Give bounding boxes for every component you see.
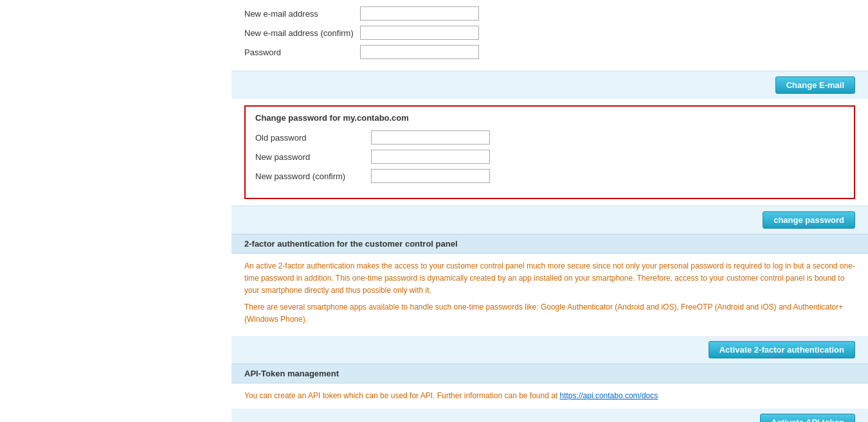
two-factor-header: 2-factor authentication for the customer…: [231, 234, 868, 254]
api-token-desc: You can create an API token which can be…: [244, 390, 855, 402]
change-password-button-row: change password: [231, 206, 868, 234]
new-password-confirm-input[interactable]: [371, 169, 490, 183]
old-password-input[interactable]: [371, 130, 490, 145]
api-token-header: API-Token management: [231, 364, 868, 383]
two-factor-button-row: Activate 2-factor authentication: [231, 336, 868, 364]
two-factor-desc2: There are several smartphone apps availa…: [244, 301, 855, 326]
email-section: New e-mail address New e-mail address (c…: [231, 0, 868, 71]
two-factor-desc1: An active 2-factor authentication makes …: [244, 260, 855, 297]
old-password-label: Old password: [255, 133, 371, 143]
activate-2fa-button[interactable]: Activate 2-factor authentication: [709, 341, 855, 358]
page-container: New e-mail address New e-mail address (c…: [0, 0, 868, 422]
new-email-confirm-row: New e-mail address (confirm): [244, 26, 855, 40]
new-email-confirm-input[interactable]: [360, 26, 479, 40]
new-password-row: New password: [255, 150, 844, 164]
change-email-button[interactable]: Change E-mail: [775, 76, 855, 94]
activate-api-token-button[interactable]: Activate API token: [760, 414, 855, 422]
change-password-button[interactable]: change password: [763, 211, 855, 229]
change-email-button-row: Change E-mail: [231, 71, 868, 99]
new-email-confirm-label: New e-mail address (confirm): [244, 28, 360, 38]
new-password-label: New password: [255, 152, 371, 162]
new-email-label: New e-mail address: [244, 9, 360, 19]
new-password-input[interactable]: [371, 150, 490, 164]
new-password-confirm-row: New password (confirm): [255, 169, 844, 183]
email-password-input[interactable]: [360, 45, 479, 59]
api-docs-link[interactable]: https://api.contabo.com/docs: [560, 391, 658, 400]
new-password-confirm-label: New password (confirm): [255, 171, 371, 181]
new-email-row: New e-mail address: [244, 6, 855, 21]
api-token-body: You can create an API token which can be…: [231, 383, 868, 409]
two-factor-body: An active 2-factor authentication makes …: [231, 254, 868, 336]
email-password-row: Password: [244, 45, 855, 59]
new-email-input[interactable]: [360, 6, 479, 21]
change-password-title: Change password for my.contabo.com: [255, 113, 844, 123]
api-token-button-row: Activate API token: [231, 409, 868, 422]
email-password-label: Password: [244, 48, 360, 57]
old-password-row: Old password: [255, 130, 844, 145]
main-content: New e-mail address New e-mail address (c…: [231, 0, 868, 422]
change-password-box: Change password for my.contabo.com Old p…: [244, 105, 855, 199]
